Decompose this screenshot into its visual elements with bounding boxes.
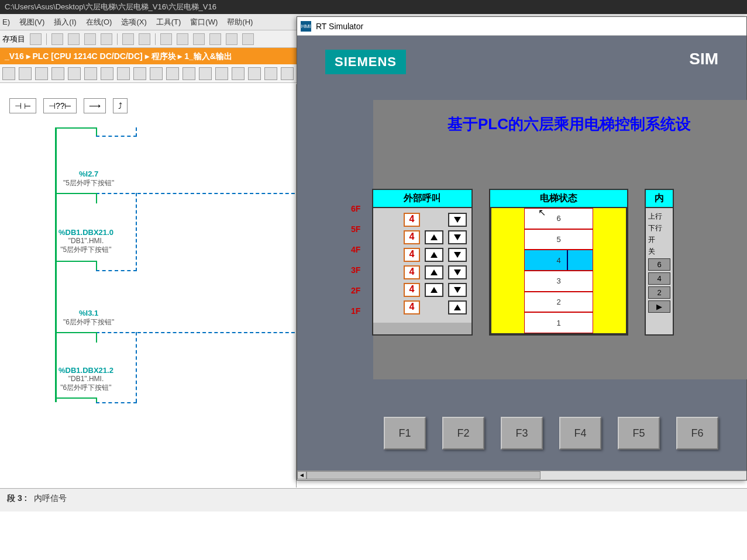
contact-1[interactable]: %I2.7 "5层外呼下按钮"	[63, 170, 114, 188]
simulate-icon[interactable]	[209, 33, 221, 45]
f6-key[interactable]: F6	[676, 417, 718, 450]
menu-edit[interactable]: E)	[2, 18, 10, 26]
inner-button-2[interactable]: 2	[648, 286, 670, 299]
tool-6[interactable]	[84, 67, 97, 80]
redo-icon[interactable]	[139, 33, 150, 45]
shaft-floor-1: 1	[524, 312, 593, 333]
ladder-diagram[interactable]: %I2.7 "5层外呼下按钮" %DB1.DBX21.0 "DB1".HMI. …	[5, 127, 291, 455]
tool-15[interactable]	[232, 67, 245, 80]
window-titlebar: C:\Users\Asus\Desktop\六层电梯\六层电梯_V16\六层电梯…	[0, 0, 747, 14]
inner-button-6[interactable]: 6	[648, 258, 670, 271]
menu-options[interactable]: 选项(X)	[121, 17, 146, 27]
tool-10[interactable]	[150, 67, 163, 80]
tool-3[interactable]	[35, 67, 48, 80]
simulator-title-text: RT Simulator	[316, 22, 363, 31]
call-row-4f: 4	[378, 248, 467, 262]
tool-2[interactable]	[19, 67, 32, 80]
f4-key[interactable]: F4	[559, 417, 601, 450]
hmi-screen-title: 基于PLC的六层乘用电梯控制系统设	[391, 114, 747, 134]
f3-key[interactable]: F3	[501, 417, 543, 450]
call-row-2f: 4	[378, 283, 467, 297]
inner-play-button[interactable]: ▶	[648, 300, 670, 313]
paste-icon[interactable]	[84, 33, 96, 45]
go-online-icon[interactable]	[226, 33, 237, 45]
call-row-5f: 4	[378, 230, 467, 244]
down-button-6f[interactable]	[448, 213, 467, 227]
shaft-floor-3: 3	[524, 271, 593, 292]
contact-2[interactable]: %DB1.DBX21.0 "DB1".HMI. "5层外呼下按钮"	[58, 228, 113, 255]
upload-icon[interactable]	[177, 33, 188, 45]
call-row-1f: 4	[378, 300, 467, 314]
menu-online[interactable]: 在线(O)	[86, 17, 112, 27]
tool-14[interactable]	[215, 67, 228, 80]
simulator-titlebar[interactable]: HMI RT Simulator	[297, 17, 746, 36]
elevator-status-panel: 电梯状态 6 5 4 3 2 1	[489, 189, 628, 336]
copy-icon[interactable]	[68, 33, 80, 45]
tool-18[interactable]	[281, 67, 294, 80]
simulator-horizontal-scrollbar[interactable]: ◄	[297, 471, 746, 480]
unknown-contact-button[interactable]: ⊣??⊢	[43, 98, 77, 113]
rt-simulator-window: HMI RT Simulator SIEMENS SIM 基于PLC的六层乘用电…	[297, 16, 747, 481]
tool-13[interactable]	[199, 67, 212, 80]
inner-close-label: 关	[648, 247, 670, 257]
tool-12[interactable]	[183, 67, 195, 80]
elevator-shaft: 6 5 4 3 2 1	[524, 208, 593, 333]
up-button-2f[interactable]	[425, 283, 443, 297]
down-button-2f[interactable]	[448, 283, 467, 297]
compile-icon[interactable]	[193, 33, 205, 45]
save-button[interactable]: 存项目	[2, 34, 25, 44]
mouse-cursor: ↖	[538, 207, 546, 218]
shaft-floor-4: 4	[524, 250, 593, 271]
floor-display-3f: 4	[404, 265, 420, 279]
scrollbar-thumb[interactable]	[307, 471, 541, 479]
branch-button[interactable]: ⤴	[113, 98, 128, 113]
down-button-3f[interactable]	[448, 265, 467, 279]
tool-1[interactable]	[2, 67, 15, 80]
simatic-label: SIM	[689, 50, 718, 74]
ladder-instruction-toolbar: ⊣ ⊢ ⊣??⊢ ⟶ ⤴	[9, 98, 291, 113]
ladder-editor: ⊣ ⊢ ⊣??⊢ ⟶ ⤴ %I2.7 "5层外呼下按钮" %DB1.DBX21.…	[0, 84, 297, 488]
simulator-body: SIEMENS SIM 基于PLC的六层乘用电梯控制系统设 6F 5F 4F 3…	[297, 36, 746, 471]
hmi-screen: 基于PLC的六层乘用电梯控制系统设 6F 5F 4F 3F 2F 1F 外部呼叫…	[373, 100, 747, 379]
tool-11[interactable]	[166, 67, 179, 80]
simulator-app-icon: HMI	[301, 21, 311, 32]
call-row-3f: 4	[378, 265, 467, 279]
external-call-header: 外部呼叫	[373, 190, 471, 208]
tool-7[interactable]	[101, 67, 113, 80]
print-icon[interactable]	[30, 33, 42, 45]
menu-insert[interactable]: 插入(I)	[54, 17, 76, 27]
f1-key[interactable]: F1	[384, 417, 426, 450]
down-button-4f[interactable]	[448, 248, 467, 262]
tool-4[interactable]	[51, 67, 64, 80]
contact-3[interactable]: %I3.1 "6层外呼下按钮"	[63, 309, 114, 327]
undo-icon[interactable]	[122, 33, 134, 45]
scroll-left-icon[interactable]: ◄	[297, 471, 307, 479]
tool-8[interactable]	[117, 67, 130, 80]
inner-button-4[interactable]: 4	[648, 272, 670, 285]
menu-tools[interactable]: 工具(T)	[156, 17, 181, 27]
down-button-5f[interactable]	[448, 230, 467, 244]
tool-5[interactable]	[68, 67, 81, 80]
cut-icon[interactable]	[51, 33, 63, 45]
menu-help[interactable]: 帮助(H)	[227, 17, 253, 27]
shaft-floor-2: 2	[524, 292, 593, 313]
f2-key[interactable]: F2	[442, 417, 484, 450]
f5-key[interactable]: F5	[618, 417, 660, 450]
delete-icon[interactable]	[101, 33, 112, 45]
download-icon[interactable]	[160, 33, 172, 45]
floor-display-6f: 4	[404, 213, 420, 227]
menu-view[interactable]: 视图(V)	[19, 17, 44, 27]
line-button[interactable]: ⟶	[84, 98, 106, 113]
inner-open-label: 开	[648, 235, 670, 245]
contact-button[interactable]: ⊣ ⊢	[9, 98, 36, 113]
up-button-1f[interactable]	[448, 300, 467, 314]
contact-4[interactable]: %DB1.DBX21.2 "DB1".HMI. "6层外呼下按钮"	[58, 366, 113, 393]
tool-9[interactable]	[133, 67, 146, 80]
up-button-5f[interactable]	[425, 230, 443, 244]
up-button-4f[interactable]	[425, 248, 443, 262]
menu-window[interactable]: 窗口(W)	[190, 17, 218, 27]
tool-16[interactable]	[248, 67, 261, 80]
tool-17[interactable]	[264, 67, 277, 80]
go-offline-icon[interactable]	[242, 33, 254, 45]
up-button-3f[interactable]	[425, 265, 443, 279]
